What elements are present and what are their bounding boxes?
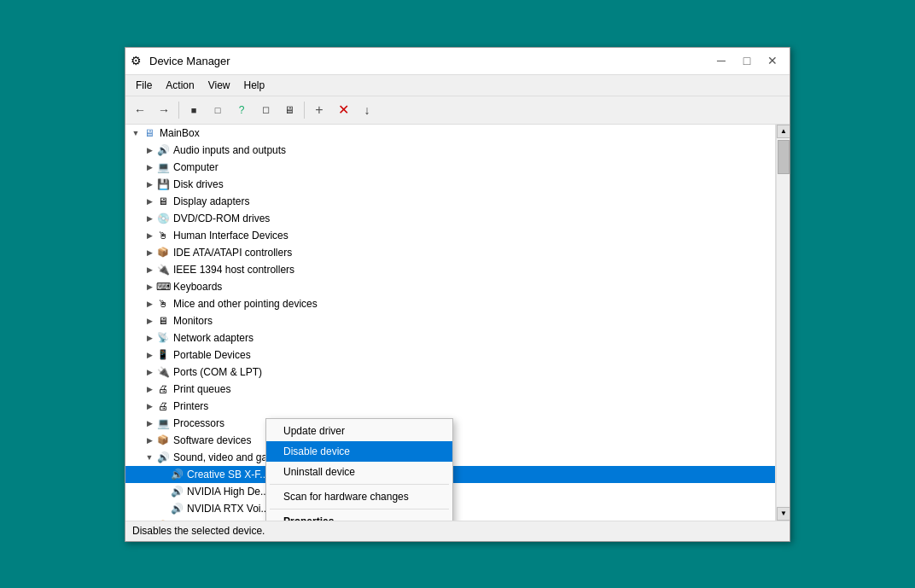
- back-button[interactable]: ←: [129, 99, 151, 121]
- icon-nvidia-rtx: 🔊: [170, 502, 184, 515]
- label-printers: Printers: [173, 400, 208, 412]
- minimize-button[interactable]: ─: [709, 51, 733, 70]
- icon-computer: 💻: [156, 160, 170, 174]
- expand-network[interactable]: ▶: [143, 331, 156, 345]
- properties-button[interactable]: ■: [183, 99, 205, 121]
- icon-mice: 🖱: [156, 297, 170, 311]
- label-ide: IDE ATA/ATAPI controllers: [173, 247, 292, 259]
- tree-item-printers[interactable]: ▶ 🖨 Printers: [139, 398, 775, 415]
- expand-printers[interactable]: ▶: [143, 399, 156, 413]
- expand-disk[interactable]: ▶: [143, 178, 156, 191]
- expand-portable[interactable]: ▶: [143, 348, 156, 362]
- icon-software: 📦: [156, 434, 170, 447]
- tree-item-ide[interactable]: ▶ 📦 IDE ATA/ATAPI controllers: [139, 244, 775, 261]
- tree-item-software[interactable]: ▶ 📦 Software devices: [139, 432, 775, 449]
- expand-display[interactable]: ▶: [143, 195, 156, 208]
- expand-ide[interactable]: ▶: [143, 246, 156, 259]
- label-nvidia-rtx: NVIDIA RTX Voi...: [187, 503, 269, 515]
- expand-sound[interactable]: ▼: [143, 451, 156, 464]
- icon-keyboards: ⌨: [156, 280, 170, 294]
- remove-button[interactable]: ✕: [332, 99, 354, 121]
- label-processors: Processors: [173, 417, 224, 429]
- expand-audio[interactable]: ▶: [143, 143, 156, 157]
- icon-monitors: 🖥: [156, 314, 170, 328]
- context-menu: Update driver Disable device Uninstall d…: [265, 418, 453, 521]
- expand-processors[interactable]: ▶: [143, 416, 156, 430]
- download-button[interactable]: ↓: [356, 99, 378, 121]
- label-monitors: Monitors: [173, 315, 213, 327]
- scan-button[interactable]: ◻: [254, 99, 277, 121]
- tree-item-monitors[interactable]: ▶ 🖥 Monitors: [139, 312, 775, 329]
- label-audio: Audio inputs and outputs: [173, 144, 286, 156]
- tree-item-network[interactable]: ▶ 📡 Network adapters: [139, 329, 775, 346]
- menu-view[interactable]: View: [201, 77, 237, 94]
- ctx-scan-changes[interactable]: Scan for hardware changes: [266, 486, 452, 507]
- maximize-button[interactable]: □: [735, 51, 759, 70]
- icon-nvidia-hd: 🔊: [170, 485, 184, 498]
- icon-ieee: 🔌: [156, 263, 170, 277]
- expand-keyboards[interactable]: ▶: [143, 280, 156, 294]
- scroll-thumb[interactable]: [778, 140, 790, 174]
- icon-processors: 💻: [156, 416, 170, 430]
- menu-file[interactable]: File: [129, 77, 159, 94]
- ctx-uninstall-device[interactable]: Uninstall device: [266, 462, 452, 482]
- label-nvidia-hd: NVIDIA High De...: [187, 486, 269, 498]
- expand-monitors[interactable]: ▶: [143, 314, 156, 328]
- monitor-button[interactable]: 🖥: [278, 99, 300, 121]
- menu-help[interactable]: Help: [237, 77, 272, 94]
- icon-dvd: 💿: [156, 212, 170, 225]
- help-button[interactable]: ?: [230, 99, 253, 121]
- icon-audio: 🔊: [156, 143, 170, 157]
- expand-ports[interactable]: ▶: [143, 365, 156, 379]
- expand-printqueues[interactable]: ▶: [143, 382, 156, 396]
- close-button[interactable]: ✕: [761, 51, 784, 70]
- tree-item-disk[interactable]: ▶ 💾 Disk drives: [139, 176, 775, 193]
- ctx-update-driver[interactable]: Update driver: [266, 421, 452, 441]
- expand-computer[interactable]: ▶: [143, 160, 156, 174]
- tree-item-ieee[interactable]: ▶ 🔌 IEEE 1394 host controllers: [139, 261, 775, 278]
- status-text: Disables the selected device.: [132, 525, 265, 537]
- expand-software[interactable]: ▶: [143, 434, 156, 447]
- tree-item-ports[interactable]: ▶ 🔌 Ports (COM & LPT): [139, 364, 775, 381]
- label-keyboards: Keyboards: [173, 281, 222, 293]
- expand-hid[interactable]: ▶: [143, 229, 156, 242]
- label-hid: Human Interface Devices: [173, 230, 288, 242]
- tree-item-mice[interactable]: ▶ 🖱 Mice and other pointing devices: [139, 295, 775, 312]
- label-mainbox: MainBox: [160, 127, 200, 139]
- window-controls: ─ □ ✕: [709, 51, 784, 70]
- expand-mice[interactable]: ▶: [143, 297, 156, 311]
- expand-dvd[interactable]: ▶: [143, 212, 156, 225]
- update-driver-button[interactable]: □: [207, 99, 229, 121]
- tree-item-hid[interactable]: ▶ 🖱 Human Interface Devices: [139, 227, 775, 244]
- add-button[interactable]: +: [308, 99, 330, 121]
- tree-item-processors[interactable]: ▶ 💻 Processors: [139, 415, 775, 432]
- icon-display: 🖥: [156, 195, 170, 208]
- toolbar-separator-1: [178, 102, 179, 119]
- tree-item-portable[interactable]: ▶ 📱 Portable Devices: [139, 346, 775, 364]
- expand-mainbox[interactable]: ▼: [129, 126, 143, 140]
- tree-item-printqueues[interactable]: ▶ 🖨 Print queues: [139, 381, 775, 398]
- scroll-up-button[interactable]: ▲: [777, 125, 790, 138]
- tree-item-keyboards[interactable]: ▶ ⌨ Keyboards: [139, 278, 775, 295]
- label-printqueues: Print queues: [173, 383, 230, 395]
- scroll-down-button[interactable]: ▼: [777, 507, 790, 521]
- icon-ports: 🔌: [156, 365, 170, 379]
- ctx-disable-device[interactable]: Disable device: [266, 441, 452, 462]
- ctx-properties[interactable]: Properties: [266, 511, 452, 521]
- label-disk: Disk drives: [173, 178, 224, 190]
- tree-item-mainbox[interactable]: ▼ 🖥 MainBox: [125, 125, 775, 142]
- menu-action[interactable]: Action: [159, 77, 201, 94]
- expand-ieee[interactable]: ▶: [143, 263, 156, 277]
- menu-bar: File Action View Help: [125, 75, 790, 96]
- tree-item-computer[interactable]: ▶ 💻 Computer: [139, 159, 775, 176]
- tree-item-storage[interactable]: ▶ 📦 Storage controllers: [139, 517, 775, 521]
- tree-item-dvd[interactable]: ▶ 💿 DVD/CD-ROM drives: [139, 210, 775, 227]
- tree-scrollbar[interactable]: ▲ ▼: [776, 125, 790, 521]
- expand-storage[interactable]: ▶: [143, 519, 156, 521]
- forward-button[interactable]: →: [153, 99, 175, 121]
- tree-item-sound[interactable]: ▼ 🔊 Sound, video and game controllers: [139, 449, 775, 466]
- ctx-separator-1: [270, 484, 449, 485]
- tree-item-display[interactable]: ▶ 🖥 Display adapters: [139, 193, 775, 210]
- title-bar: ⚙ Device Manager ─ □ ✕: [125, 48, 790, 75]
- tree-item-audio[interactable]: ▶ 🔊 Audio inputs and outputs: [139, 142, 775, 159]
